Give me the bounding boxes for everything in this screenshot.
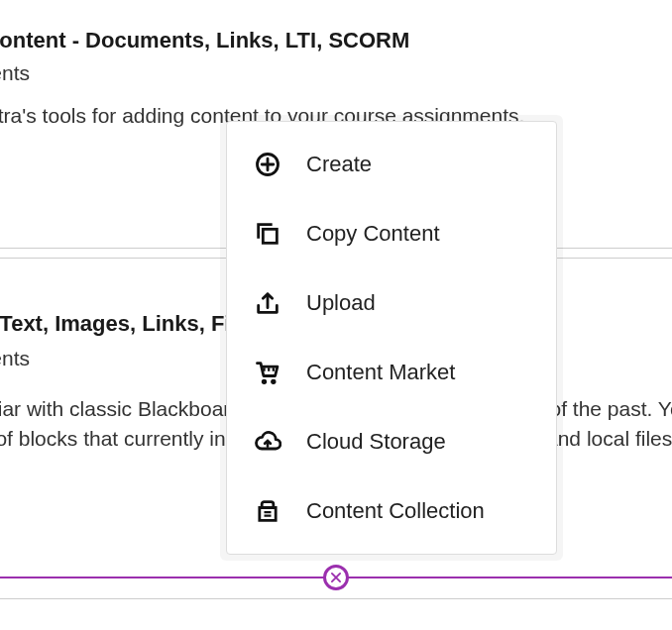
svg-point-3	[272, 379, 276, 383]
divider	[0, 598, 672, 599]
add-content-menu: Create Copy Content Upload	[220, 115, 563, 561]
menu-item-label: Create	[306, 152, 372, 177]
menu-item-label: Content Market	[306, 360, 455, 385]
plus-circle-icon	[253, 150, 282, 179]
close-icon	[329, 571, 343, 584]
module-visibility-label: Visible to students	[0, 61, 672, 85]
add-content-menu-inner: Create Copy Content Upload	[226, 121, 557, 555]
close-insert-button[interactable]	[323, 565, 349, 590]
cart-icon	[253, 358, 282, 387]
cloud-icon	[253, 427, 282, 457]
menu-item-cloud-storage[interactable]: Cloud Storage	[227, 407, 556, 476]
insert-content-bar[interactable]	[0, 577, 672, 578]
module-title: Using Ultra Content - Documents, Links, …	[0, 28, 672, 53]
archive-icon	[253, 496, 282, 526]
svg-rect-1	[263, 229, 277, 243]
menu-item-label: Cloud Storage	[306, 429, 446, 455]
menu-item-upload[interactable]: Upload	[227, 268, 556, 338]
menu-item-content-market[interactable]: Content Market	[227, 338, 556, 407]
menu-item-label: Content Collection	[306, 498, 485, 524]
copy-icon	[253, 219, 282, 249]
upload-icon	[253, 288, 282, 318]
menu-item-label: Copy Content	[306, 221, 440, 247]
menu-item-label: Upload	[306, 290, 376, 316]
svg-point-2	[262, 379, 266, 383]
menu-item-create[interactable]: Create	[227, 130, 556, 199]
menu-item-copy-content[interactable]: Copy Content	[227, 199, 556, 268]
menu-item-content-collection[interactable]: Content Collection	[227, 476, 556, 546]
